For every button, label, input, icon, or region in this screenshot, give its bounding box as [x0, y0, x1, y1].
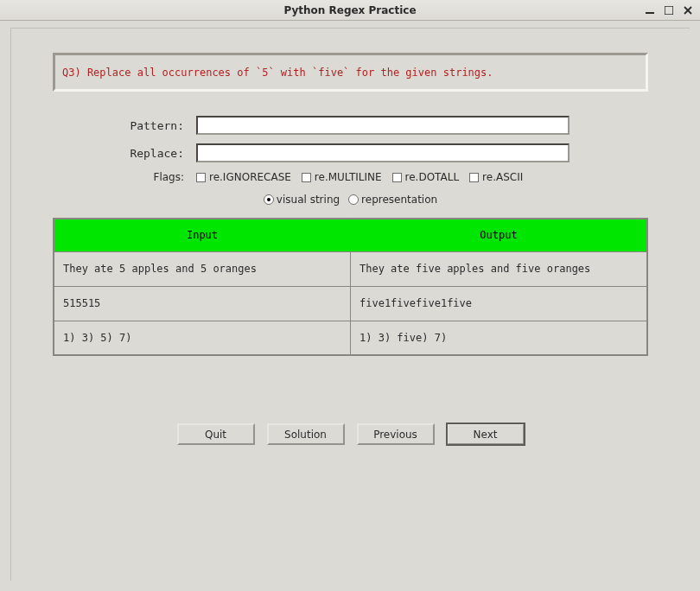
checkbox-icon: [469, 173, 479, 182]
previous-button-label: Previous: [373, 429, 417, 441]
cell-input: 1) 3) 5) 7): [54, 321, 351, 355]
solution-button[interactable]: Solution: [267, 423, 345, 445]
maximize-icon[interactable]: [662, 4, 676, 16]
flag-ascii[interactable]: re.ASCII: [469, 171, 523, 183]
flags-row: Flags: re.IGNORECASE re.MULTILINE re.DOT…: [53, 171, 648, 183]
replace-row: Replace:: [53, 143, 648, 162]
checkbox-icon: [196, 173, 206, 182]
next-button-label: Next: [474, 429, 498, 441]
radio-icon: [264, 194, 274, 205]
pattern-input[interactable]: [196, 116, 570, 135]
head-input: Input: [54, 219, 351, 251]
quit-button-label: Quit: [205, 429, 226, 441]
checkbox-icon: [392, 173, 402, 182]
titlebar: Python Regex Practice: [0, 0, 700, 21]
button-row: Quit Solution Previous Next: [53, 423, 648, 445]
window-controls: [643, 4, 695, 16]
flag-multiline-label: re.MULTILINE: [315, 171, 382, 183]
flag-ignorecase[interactable]: re.IGNORECASE: [196, 171, 291, 183]
cell-input: They ate 5 apples and 5 oranges: [54, 251, 351, 286]
flag-dotall[interactable]: re.DOTALL: [392, 171, 460, 183]
next-button[interactable]: Next: [447, 423, 525, 445]
close-icon[interactable]: [681, 4, 695, 16]
solution-button-label: Solution: [284, 429, 327, 441]
client-area: Q3) Replace all occurrences of `5` with …: [0, 21, 700, 591]
minimize-icon[interactable]: [643, 4, 657, 16]
inner-panel: Q3) Replace all occurrences of `5` with …: [10, 28, 690, 581]
viewmode-repr-label: representation: [361, 194, 437, 206]
svg-rect-1: [665, 6, 673, 15]
flags-label: Flags:: [53, 171, 196, 183]
viewmode-visual[interactable]: visual string: [264, 194, 340, 206]
cell-output: five1fivefive1five: [351, 286, 648, 321]
previous-button[interactable]: Previous: [357, 423, 435, 445]
viewmode-visual-label: visual string: [277, 194, 340, 206]
table-head-row: Input Output: [54, 219, 647, 251]
cell-output: 1) 3) five) 7): [351, 321, 648, 355]
question-card: Q3) Replace all occurrences of `5` with …: [53, 53, 648, 92]
replace-input[interactable]: [196, 143, 570, 162]
flag-dotall-label: re.DOTALL: [405, 171, 460, 183]
flag-ignorecase-label: re.IGNORECASE: [209, 171, 291, 183]
pattern-row: Pattern:: [53, 116, 648, 135]
question-text: Q3) Replace all occurrences of `5` with …: [62, 67, 493, 79]
cell-input: 515515: [54, 286, 351, 321]
checkbox-icon: [302, 173, 311, 182]
cell-output: They ate five apples and five oranges: [351, 251, 648, 286]
viewmode-repr[interactable]: representation: [348, 194, 437, 206]
pattern-label: Pattern:: [53, 119, 196, 132]
io-table: Input Output They ate 5 apples and 5 ora…: [53, 218, 648, 356]
table-row: 515515 five1fivefive1five: [54, 286, 647, 321]
head-output: Output: [351, 219, 648, 251]
viewmode-row: visual string representation: [53, 194, 648, 206]
svg-rect-0: [646, 12, 654, 14]
table-row: They ate 5 apples and 5 oranges They ate…: [54, 251, 647, 286]
replace-label: Replace:: [53, 147, 196, 160]
flags-options: re.IGNORECASE re.MULTILINE re.DOTALL re.…: [196, 171, 523, 183]
radio-icon: [348, 194, 359, 205]
table-row: 1) 3) 5) 7) 1) 3) five) 7): [54, 321, 647, 355]
flag-multiline[interactable]: re.MULTILINE: [302, 171, 382, 183]
quit-button[interactable]: Quit: [177, 423, 255, 445]
flag-ascii-label: re.ASCII: [482, 171, 523, 183]
window-title: Python Regex Practice: [5, 4, 695, 16]
